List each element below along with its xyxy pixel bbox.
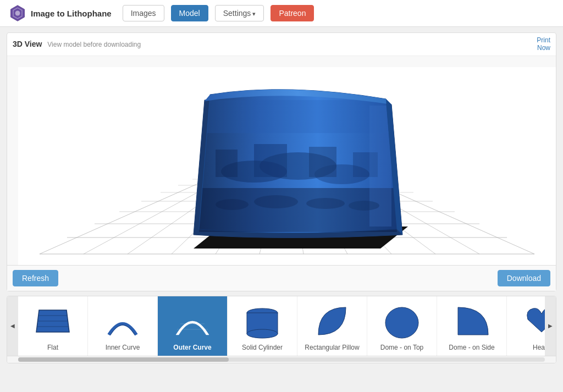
- app-logo-icon: [9, 4, 26, 22]
- view-section: 3D View View model before downloading Pr…: [7, 32, 556, 291]
- horizontal-scrollbar[interactable]: [18, 357, 545, 362]
- view-title: 3D View: [13, 40, 42, 48]
- model-label-heart: Hea...: [533, 344, 545, 351]
- canvas-inner: [18, 67, 556, 265]
- scroll-right-button[interactable]: ▶: [545, 296, 556, 356]
- model-thumb-rectangular-pillow: [310, 302, 354, 340]
- svg-point-36: [254, 195, 298, 208]
- model-thumb-dome-on-top: [380, 302, 424, 340]
- model-thumb-flat: [31, 302, 75, 340]
- svg-point-48: [385, 307, 418, 338]
- svg-point-2: [15, 11, 20, 16]
- nav-patreon-button[interactable]: Patreon: [271, 5, 314, 21]
- nav-model-button[interactable]: Model: [171, 5, 208, 21]
- model-thumb-heart: [520, 302, 545, 340]
- model-type-outer-curve[interactable]: Outer Curve: [158, 296, 228, 356]
- model-type-rectangular-pillow[interactable]: Rectangular Pillow: [297, 296, 367, 356]
- model-type-selector: ◀ Flat Inner Curve Outer Curve Solid Cyl…: [7, 296, 556, 363]
- model-type-dome-on-top[interactable]: Dome - on Top: [367, 296, 437, 356]
- model-thumb-solid-cylinder: [240, 302, 284, 340]
- svg-rect-31: [309, 147, 336, 177]
- svg-rect-29: [216, 150, 238, 177]
- model-type-dome-on-side[interactable]: Dome - on Side: [437, 296, 507, 356]
- toolbar: Refresh Download: [7, 265, 556, 291]
- model-label-solid-cylinder: Solid Cylinder: [242, 344, 283, 351]
- nav-images-button[interactable]: Images: [123, 5, 164, 21]
- nav-settings-button[interactable]: Settings: [215, 5, 264, 21]
- svg-rect-30: [254, 144, 287, 177]
- view-header: 3D View View model before downloading Pr…: [7, 33, 556, 56]
- scroll-left-button[interactable]: ◀: [7, 296, 18, 356]
- model-items-wrapper: Flat Inner Curve Outer Curve Solid Cylin…: [18, 296, 545, 356]
- 3d-scene: [18, 67, 556, 265]
- model-label-flat: Flat: [47, 344, 58, 351]
- model-thumb-outer-curve: [170, 302, 214, 340]
- print-now-button[interactable]: PrintNow: [537, 36, 550, 52]
- lithophane-texture: [199, 100, 397, 232]
- horizontal-scrollbar-area: [7, 356, 556, 363]
- 3d-canvas-area[interactable]: [7, 56, 556, 265]
- model-type-flat[interactable]: Flat: [18, 296, 88, 356]
- main-content: 3D View View model before downloading Pr…: [0, 27, 563, 369]
- model-type-heart[interactable]: Hea...: [507, 296, 545, 356]
- view-title-area: 3D View View model before downloading: [13, 40, 141, 48]
- logo-area: Image to Lithophane: [9, 4, 112, 22]
- svg-point-37: [306, 198, 345, 209]
- refresh-button[interactable]: Refresh: [13, 270, 58, 286]
- view-subtitle: View model before downloading: [47, 41, 141, 48]
- model-thumb-dome-on-side: [450, 302, 494, 340]
- model-label-dome-on-top: Dome - on Top: [380, 344, 424, 351]
- model-type-inner-curve[interactable]: Inner Curve: [88, 296, 158, 356]
- model-label-dome-on-side: Dome - on Side: [449, 344, 494, 351]
- model-type-solid-cylinder[interactable]: Solid Cylinder: [228, 296, 297, 356]
- svg-point-47: [247, 329, 278, 338]
- model-label-rectangular-pillow: Rectangular Pillow: [305, 344, 359, 351]
- model-label-outer-curve: Outer Curve: [173, 344, 211, 351]
- header: Image to Lithophane Images Model Setting…: [0, 0, 563, 27]
- model-thumb-inner-curve: [101, 302, 145, 340]
- model-items-list: Flat Inner Curve Outer Curve Solid Cylin…: [18, 296, 545, 356]
- svg-rect-33: [205, 100, 391, 133]
- download-button[interactable]: Download: [498, 270, 550, 286]
- svg-point-38: [349, 201, 379, 211]
- svg-point-35: [216, 199, 249, 210]
- model-label-inner-curve: Inner Curve: [106, 344, 140, 351]
- app-title: Image to Lithophane: [31, 9, 112, 18]
- scrollbar-thumb[interactable]: [18, 357, 229, 362]
